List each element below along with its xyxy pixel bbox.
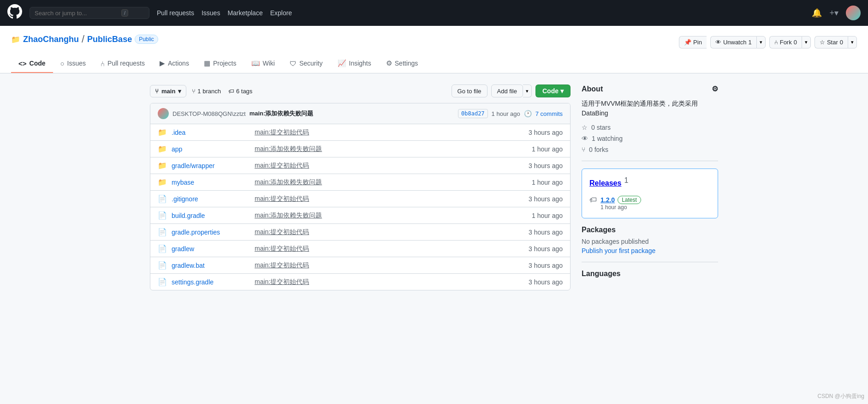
star-count: 0 <box>840 39 843 46</box>
owner-link[interactable]: ZhaoChanghu <box>23 35 79 44</box>
fork-caret-button[interactable]: ▾ <box>802 36 811 48</box>
file-commit-link[interactable]: main:提交初始代码 <box>255 278 507 286</box>
divider-2 <box>582 262 718 262</box>
fork-label: Fork <box>780 39 792 46</box>
github-logo[interactable] <box>7 4 22 22</box>
tab-pull-requests[interactable]: ⑃ Pull requests <box>93 54 152 73</box>
repo-name-link[interactable]: PublicBase <box>87 35 132 44</box>
pin-button[interactable]: 📌 Pin <box>679 36 707 48</box>
file-rows-container: 📁 .idea main:提交初始代码 3 hours ago 📁 app ma… <box>150 124 570 290</box>
tab-security[interactable]: 🛡 Security <box>282 54 330 73</box>
branch-select[interactable]: ⑂ main ▾ <box>150 85 186 97</box>
repo-toolbar: ⑂ main ▾ ⑂ 1 branch 🏷 6 tags Go to file … <box>150 84 571 97</box>
folder-icon: 📁 <box>158 145 167 153</box>
commit-message[interactable]: main:添加依赖失败问题 <box>250 109 314 118</box>
file-table: DESKTOP-M088QGN\zztzt main:添加依赖失败问题 0b8a… <box>150 103 571 290</box>
settings-gear-icon[interactable]: ⚙ <box>712 84 718 93</box>
tab-wiki[interactable]: 📖 Wiki <box>244 54 282 73</box>
forks-count-link[interactable]: 0 forks <box>589 146 608 153</box>
file-name-link[interactable]: app <box>172 145 255 153</box>
unwatch-button[interactable]: 👁 Unwatch 1 <box>710 36 756 48</box>
star-label: Star <box>827 39 838 46</box>
tag-count-link[interactable]: 🏷 6 tags <box>228 88 252 95</box>
nav-marketplace[interactable]: Marketplace <box>227 9 262 17</box>
settings-icon: ⚙ <box>386 59 392 67</box>
file-time: 3 hours ago <box>507 229 563 236</box>
tab-issues[interactable]: ○ Issues <box>53 54 94 73</box>
star-button[interactable]: ☆ Star 0 <box>814 36 848 48</box>
go-to-file-button[interactable]: Go to file <box>452 84 488 97</box>
file-commit-link[interactable]: main:提交初始代码 <box>255 195 507 203</box>
file-name-link[interactable]: mybase <box>172 179 255 186</box>
fork-count: 0 <box>794 39 797 46</box>
file-name-link[interactable]: gradle.properties <box>172 229 255 236</box>
star-caret-button[interactable]: ▾ <box>848 36 857 48</box>
nav-explore[interactable]: Explore <box>270 9 292 17</box>
nav-issues[interactable]: Issues <box>202 9 220 17</box>
file-commit-link[interactable]: main:提交初始代码 <box>255 261 507 270</box>
file-commit-link[interactable]: main:提交初始代码 <box>255 245 507 253</box>
file-commit-link[interactable]: main:添加依赖失败问题 <box>255 145 507 153</box>
fork-button[interactable]: ⑃ Fork 0 <box>769 36 802 48</box>
commits-link[interactable]: 7 commits <box>535 110 563 117</box>
release-version-link[interactable]: 1.2.0 <box>600 196 615 204</box>
branch-count-link[interactable]: ⑂ 1 branch <box>192 88 221 95</box>
search-input[interactable] <box>35 10 118 17</box>
release-details: 1.2.0 Latest 1 hour ago <box>600 196 641 211</box>
branch-dropdown-icon: ▾ <box>178 88 181 95</box>
file-icon: 📄 <box>158 194 167 203</box>
table-row: 📄 build.gradle main:添加依赖失败问题 1 hour ago <box>150 207 570 224</box>
file-time: 1 hour ago <box>507 145 563 153</box>
sidebar: About ⚙ 适用于MVVM框架的通用基类，此类采用DataBing ☆ 0 … <box>582 84 718 290</box>
file-commit-link[interactable]: main:提交初始代码 <box>255 128 507 137</box>
nav-links: Pull requests Issues Marketplace Explore <box>157 9 292 17</box>
file-time: 3 hours ago <box>507 129 563 136</box>
releases-link[interactable]: Releases <box>589 179 621 187</box>
file-name-link[interactable]: settings.gradle <box>172 278 255 286</box>
star-btn-group: ☆ Star 0 ▾ <box>814 36 857 48</box>
nav-pull-requests[interactable]: Pull requests <box>157 9 194 17</box>
file-icon: 📄 <box>158 261 167 270</box>
tab-insights-label: Insights <box>349 60 371 67</box>
table-row: 📁 mybase main:添加依赖失败问题 1 hour ago <box>150 174 570 191</box>
release-tag-icon: 🏷 <box>589 196 597 204</box>
fork-btn-group: ⑃ Fork 0 ▾ <box>769 36 811 48</box>
tab-actions[interactable]: ▶ Actions <box>152 54 196 73</box>
tab-settings[interactable]: ⚙ Settings <box>379 54 426 73</box>
file-name-link[interactable]: gradle/wrapper <box>172 162 255 169</box>
commit-hash[interactable]: 0b8ad27 <box>458 109 488 118</box>
commit-author-avatar <box>158 108 169 119</box>
tab-insights[interactable]: 📈 Insights <box>330 54 379 73</box>
code-button[interactable]: Code ▾ <box>535 84 571 97</box>
file-commit-link[interactable]: main:提交初始代码 <box>255 162 507 170</box>
file-name-link[interactable]: .gitignore <box>172 195 255 203</box>
publish-package-link[interactable]: Publish your first package <box>582 247 655 254</box>
file-commit-link[interactable]: main:提交初始代码 <box>255 228 507 236</box>
commit-header: DESKTOP-M088QGN\zztzt main:添加依赖失败问题 0b8a… <box>150 103 570 124</box>
commit-author: DESKTOP-M088QGN\zztzt <box>172 110 246 117</box>
new-item-plus-icon[interactable]: +▾ <box>829 8 838 18</box>
notification-bell-icon[interactable]: 🔔 <box>812 8 822 18</box>
search-box[interactable]: / <box>30 7 149 19</box>
tab-projects[interactable]: ▦ Projects <box>196 54 244 73</box>
file-commit-link[interactable]: main:添加依赖失败问题 <box>255 211 507 220</box>
file-name-link[interactable]: build.gradle <box>172 212 255 219</box>
watching-count-link[interactable]: 1 watching <box>592 135 623 142</box>
forks-stat: ⑂ 0 forks <box>582 146 718 153</box>
file-name-link[interactable]: .idea <box>172 129 255 136</box>
unwatch-caret-button[interactable]: ▾ <box>756 36 766 48</box>
breadcrumb: 📁 ZhaoChanghu / PublicBase Public <box>11 33 158 45</box>
pin-label: Pin <box>693 39 702 46</box>
tab-pr-label: Pull requests <box>107 60 145 67</box>
add-file-button[interactable]: Add file <box>491 84 523 97</box>
branch-icon: ⑂ <box>155 88 159 95</box>
file-commit-link[interactable]: main:添加依赖失败问题 <box>255 178 507 187</box>
avatar[interactable] <box>846 6 861 20</box>
packages-empty-text: No packages published <box>582 238 718 245</box>
tab-code[interactable]: <> Code <box>11 54 53 73</box>
file-name-link[interactable]: gradlew <box>172 245 255 253</box>
table-row: 📁 app main:添加依赖失败问题 1 hour ago <box>150 141 570 157</box>
add-file-caret-button[interactable]: ▾ <box>523 84 532 97</box>
stars-count-link[interactable]: 0 stars <box>591 124 611 131</box>
file-name-link[interactable]: gradlew.bat <box>172 262 255 269</box>
